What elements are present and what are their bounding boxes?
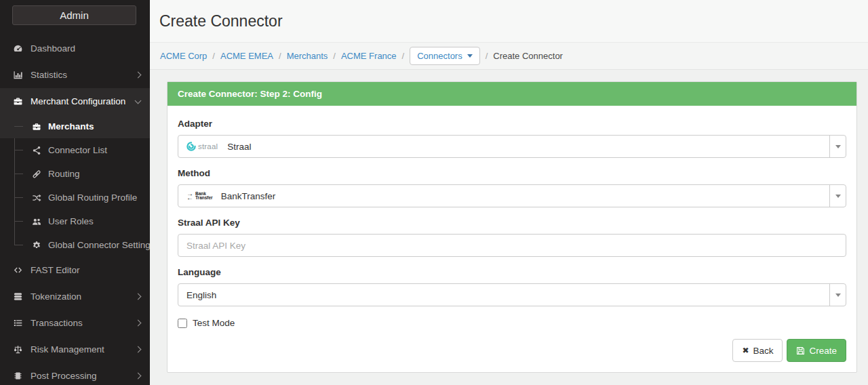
method-select[interactable]: →Bank ←Transfer BankTransfer	[178, 184, 846, 207]
method-label: Method	[178, 168, 846, 178]
sidebar-item-transactions[interactable]: Transactions	[0, 310, 150, 336]
chevron-right-icon	[135, 346, 142, 353]
chevron-right-icon	[135, 320, 142, 327]
chevron-right-icon	[135, 293, 142, 300]
test-mode-label: Test Mode	[193, 318, 235, 328]
straal-logo: straal	[186, 142, 218, 151]
breadcrumb-link-acme-corp[interactable]: ACME Corp	[160, 51, 207, 61]
arrow-left-icon: ←	[186, 196, 193, 200]
breadcrumb-link-acme-france[interactable]: ACME France	[341, 51, 397, 61]
sidebar-item-label: Merchants	[48, 121, 94, 131]
test-mode-row: Test Mode	[178, 318, 846, 328]
sidebar-item-label: Global Connector Settings	[48, 240, 150, 250]
cards-icon	[12, 291, 24, 302]
breadcrumb-separator: /	[486, 51, 488, 61]
sidebar-item-user-roles[interactable]: User Roles	[0, 209, 150, 233]
sidebar-item-global-routing-profile[interactable]: Global Routing Profile	[0, 186, 150, 209]
breadcrumb-link-merchants[interactable]: Merchants	[287, 51, 328, 61]
back-button-label: Back	[753, 346, 773, 356]
form-actions: ✖ Back Create	[178, 339, 846, 362]
sidebar-item-connector-list[interactable]: Connector List	[0, 138, 150, 162]
adapter-value: Straal	[227, 142, 251, 152]
api-key-input[interactable]	[178, 234, 846, 257]
users-icon	[31, 217, 42, 226]
code-icon	[12, 265, 24, 275]
breadcrumb-separator: /	[212, 51, 215, 61]
gear-icon	[31, 241, 42, 250]
api-key-label: Straal API Key	[178, 218, 846, 228]
bar-chart-icon	[12, 70, 24, 80]
caret-down-icon	[835, 195, 841, 198]
straal-logo-text: straal	[198, 142, 218, 150]
admin-brand[interactable]: Admin	[12, 5, 136, 25]
sidebar-item-tokenization[interactable]: Tokenization	[0, 283, 150, 310]
sidebar-item-label: Dashboard	[31, 43, 75, 54]
sidebar-item-global-connector-settings[interactable]: Global Connector Settings	[0, 233, 150, 257]
x-icon: ✖	[742, 346, 749, 355]
sidebar-item-dashboard[interactable]: Dashboard	[0, 35, 150, 62]
sidebar-item-label: Tokenization	[31, 291, 81, 302]
card-header: Create Connector: Step 2: Config	[167, 82, 856, 106]
sidebar-item-label: User Roles	[48, 216, 94, 226]
sidebar-item-label: Statistics	[31, 70, 67, 80]
sidebar-item-post-processing[interactable]: Post Processing	[0, 363, 150, 385]
select-caret[interactable]	[829, 284, 846, 306]
sidebar-item-label: Global Routing Profile	[48, 192, 137, 203]
share-icon	[31, 146, 42, 155]
adapter-select[interactable]: straal Straal	[178, 135, 846, 158]
breadcrumb-separator: /	[402, 51, 405, 61]
dashboard-icon	[12, 43, 24, 54]
briefcase-icon	[31, 122, 42, 131]
shuffle-icon	[31, 193, 42, 203]
select-caret[interactable]	[829, 136, 846, 157]
sidebar-item-merchants[interactable]: Merchants	[0, 115, 150, 138]
sidebar-item-fast-editor[interactable]: FAST Editor	[0, 257, 150, 283]
content-area: Create Connector: Step 2: Config Adapter…	[150, 70, 868, 385]
test-mode-checkbox[interactable]	[178, 319, 187, 328]
breadcrumb-link-acme-emea[interactable]: ACME EMEA	[220, 51, 273, 61]
sidebar-item-label: Connector List	[48, 145, 107, 155]
sidebar-item-risk-management[interactable]: Risk Management	[0, 336, 150, 363]
create-button[interactable]: Create	[787, 339, 846, 362]
page-header: Create Connector	[150, 0, 868, 42]
breadcrumb-separator: /	[333, 51, 336, 61]
create-button-label: Create	[809, 346, 837, 356]
sidebar-item-label: Post Processing	[31, 371, 97, 381]
sidebar: Admin Dashboard Statistics Merchant Conf…	[0, 0, 150, 385]
bank-transfer-icon-text: Transfer	[195, 196, 213, 201]
breadcrumb-connectors-dropdown[interactable]: Connectors	[410, 47, 479, 65]
sidebar-item-label: Merchant Configuration	[31, 96, 125, 106]
breadcrumb-dropdown-label: Connectors	[417, 51, 462, 61]
back-button[interactable]: ✖ Back	[732, 339, 783, 362]
sidebar-item-statistics[interactable]: Statistics	[0, 62, 150, 88]
main-area: Create Connector ACME Corp / ACME EMEA /…	[150, 0, 868, 385]
sidebar-item-routing[interactable]: Routing	[0, 162, 150, 186]
chevron-right-icon	[135, 373, 142, 380]
chevron-down-icon	[135, 97, 142, 104]
chevron-right-icon	[135, 72, 142, 79]
language-select[interactable]: English	[178, 283, 846, 306]
chip-icon	[12, 371, 24, 381]
sidebar-item-label: FAST Editor	[31, 265, 80, 275]
sidebar-item-label: Routing	[48, 169, 80, 179]
page-title: Create Connector	[159, 12, 283, 31]
breadcrumb: ACME Corp / ACME EMEA / Merchants / ACME…	[150, 42, 868, 70]
breadcrumb-separator: /	[279, 51, 281, 61]
sidebar-item-label: Risk Management	[31, 344, 104, 354]
scale-icon	[12, 344, 24, 354]
sidebar-item-merchant-configuration[interactable]: Merchant Configuration	[0, 88, 150, 115]
briefcase-icon	[12, 96, 24, 106]
caret-down-icon	[835, 293, 841, 297]
create-connector-card: Create Connector: Step 2: Config Adapter…	[167, 81, 857, 373]
link-icon	[31, 169, 42, 179]
merchant-configuration-submenu: Merchants Connector List Routing Global …	[0, 115, 150, 257]
language-value: English	[186, 290, 216, 300]
method-value: BankTransfer	[221, 191, 276, 201]
select-caret[interactable]	[829, 185, 846, 207]
bank-transfer-icon: →Bank ←Transfer	[186, 192, 213, 201]
caret-down-icon	[467, 54, 473, 58]
breadcrumb-current: Create Connector	[493, 51, 563, 61]
caret-down-icon	[835, 145, 841, 148]
sidebar-item-label: Transactions	[31, 318, 83, 328]
list-icon	[12, 318, 24, 328]
